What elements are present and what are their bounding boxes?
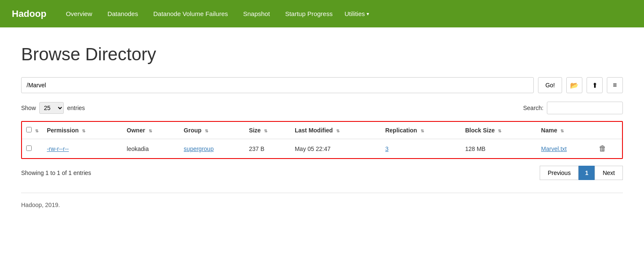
folder-icon: 📂 — [570, 81, 579, 89]
previous-button[interactable]: Previous — [540, 166, 579, 180]
footer-text: Hadoop, 2019. — [21, 202, 623, 208]
replication-link[interactable]: 3 — [385, 145, 389, 152]
col-header-block-size[interactable]: Block Size ⇅ — [461, 122, 537, 139]
col-header-permission[interactable]: Permission ⇅ — [43, 122, 122, 139]
entries-label: entries — [67, 105, 85, 111]
path-input[interactable] — [21, 77, 534, 93]
permission-link[interactable]: -rw-r--r-- — [47, 145, 69, 152]
row-checkbox[interactable] — [26, 145, 32, 151]
sort-icon-permission: ⇅ — [82, 129, 85, 133]
navbar: Hadoop Overview Datanodes Datanode Volum… — [0, 0, 644, 27]
sort-icon-group: ⇅ — [205, 129, 208, 133]
nav-link-startup-progress[interactable]: Startup Progress — [282, 8, 336, 19]
list-icon-button[interactable]: ≡ — [607, 77, 623, 93]
upload-icon: ⬆ — [592, 81, 598, 89]
row-block-size: 128 MB — [461, 139, 537, 159]
row-owner: leokadia — [122, 139, 179, 159]
sort-icon-name: ⇅ — [560, 129, 564, 133]
next-button[interactable]: Next — [595, 166, 623, 180]
row-name: Marvel.txt — [537, 139, 595, 159]
col-header-group[interactable]: Group ⇅ — [179, 122, 245, 139]
files-table-wrapper: ⇅ Permission ⇅ Owner ⇅ Group ⇅ — [21, 121, 623, 159]
list-icon: ≡ — [613, 81, 617, 89]
sort-icon-block-size: ⇅ — [498, 129, 501, 133]
table-row: -rw-r--r-- leokadia supergroup 237 B May… — [22, 139, 622, 159]
files-table: ⇅ Permission ⇅ Owner ⇅ Group ⇅ — [22, 122, 622, 158]
page-title: Browse Directory — [21, 44, 623, 65]
go-button[interactable]: Go! — [538, 77, 562, 93]
select-all-checkbox-header: ⇅ — [22, 122, 43, 139]
row-checkbox-cell — [22, 139, 43, 159]
nav-link-snapshot[interactable]: Snapshot — [240, 8, 273, 19]
row-delete-cell: 🗑 — [595, 139, 622, 159]
entries-select[interactable]: 10 25 50 100 — [39, 102, 64, 114]
nav-brand[interactable]: Hadoop — [8, 6, 50, 22]
row-permission: -rw-r--r-- — [43, 139, 122, 159]
controls-row: Show 10 25 50 100 entries Search: — [21, 102, 623, 114]
pagination-info: Showing 1 to 1 of 1 entries — [21, 170, 91, 176]
group-link[interactable]: supergroup — [184, 145, 214, 152]
show-label: Show — [21, 105, 36, 111]
folder-icon-button[interactable]: 📂 — [566, 77, 582, 93]
footer-divider — [21, 193, 623, 193]
nav-utilities-dropdown[interactable]: Utilities — [345, 10, 369, 17]
search-input[interactable] — [547, 102, 623, 114]
upload-icon-button[interactable]: ⬆ — [587, 77, 603, 93]
sort-icon-size: ⇅ — [264, 129, 267, 133]
row-last-modified: May 05 22:47 — [291, 139, 381, 159]
col-header-replication[interactable]: Replication ⇅ — [381, 122, 461, 139]
pagination-row: Showing 1 to 1 of 1 entries Previous 1 N… — [21, 166, 623, 180]
file-name-link[interactable]: Marvel.txt — [541, 145, 567, 152]
sort-icon-last-modified: ⇅ — [336, 129, 340, 133]
nav-link-datanodes[interactable]: Datanodes — [104, 8, 141, 19]
row-group: supergroup — [179, 139, 245, 159]
sort-icon-owner: ⇅ — [149, 129, 152, 133]
nav-link-datanode-volume-failures[interactable]: Datanode Volume Failures — [150, 8, 231, 19]
col-header-actions — [595, 122, 622, 139]
search-label: Search: — [523, 105, 543, 111]
current-page: 1 — [579, 166, 595, 180]
search-row: Search: — [523, 102, 623, 114]
main-content: Browse Directory Go! 📂 ⬆ ≡ Show 10 25 50… — [0, 27, 644, 225]
delete-icon[interactable]: 🗑 — [599, 144, 606, 153]
col-header-name[interactable]: Name ⇅ — [537, 122, 595, 139]
col-header-owner[interactable]: Owner ⇅ — [122, 122, 179, 139]
show-entries: Show 10 25 50 100 entries — [21, 102, 85, 114]
col-header-last-modified[interactable]: Last Modified ⇅ — [291, 122, 381, 139]
sort-icon-replication: ⇅ — [421, 129, 424, 133]
row-size: 237 B — [245, 139, 291, 159]
nav-link-overview[interactable]: Overview — [62, 8, 96, 19]
table-header-row: ⇅ Permission ⇅ Owner ⇅ Group ⇅ — [22, 122, 622, 139]
path-bar: Go! 📂 ⬆ ≡ — [21, 77, 623, 93]
pagination-buttons: Previous 1 Next — [540, 166, 623, 180]
select-all-checkbox[interactable] — [26, 127, 32, 132]
col-header-size[interactable]: Size ⇅ — [245, 122, 291, 139]
row-replication: 3 — [381, 139, 461, 159]
sort-icon-checkbox: ⇅ — [35, 129, 38, 133]
nav-utilities-label[interactable]: Utilities — [345, 10, 369, 17]
